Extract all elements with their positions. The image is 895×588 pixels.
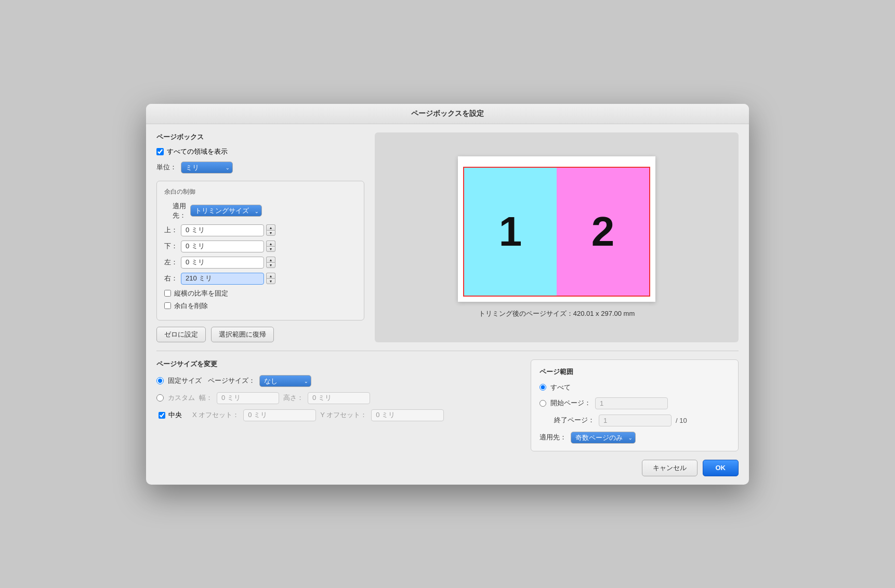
left-up-button[interactable]: ▲ xyxy=(266,257,275,262)
bottom-margin-row: 下： 0 ミリ ▲ ▼ xyxy=(164,240,357,252)
page-inner: 1 2 xyxy=(463,167,650,297)
right-label: 右： xyxy=(164,274,177,283)
page-right: 2 xyxy=(557,168,649,296)
action-buttons: キャンセル OK xyxy=(156,460,739,476)
page-size-panel: ページサイズを変更 固定サイズ ページサイズ： なし A4 A3 Letter xyxy=(156,359,520,451)
reset-button[interactable]: ゼロに設定 xyxy=(156,327,206,342)
top-margin-row: 上： 0 ミリ ▲ ▼ xyxy=(164,224,357,236)
center-checkbox[interactable] xyxy=(159,412,165,419)
top-down-button[interactable]: ▼ xyxy=(266,230,275,236)
start-page-input[interactable] xyxy=(595,397,668,409)
apply-to-range-label: 適用先： xyxy=(539,433,567,442)
dialog-container: ページボックスを設定 ページボックス すべての領域を表示 単位： ミリ インチ xyxy=(146,104,749,485)
show-all-checkbox[interactable] xyxy=(156,148,164,155)
left-label: 左： xyxy=(164,258,177,267)
top-input-wrap: 0 ミリ ▲ ▼ xyxy=(181,224,275,236)
apply-to-range-row: 適用先： 奇数ページのみ 偶数ページのみ すべてのページ xyxy=(539,432,730,444)
custom-radio[interactable] xyxy=(156,394,164,402)
page-preview: 1 2 xyxy=(458,156,655,302)
apply-to-range-select-wrapper: 奇数ページのみ 偶数ページのみ すべてのページ xyxy=(571,432,636,444)
left-panel: ページボックス すべての領域を表示 単位： ミリ インチ ポイント xyxy=(156,132,364,342)
all-pages-radio[interactable] xyxy=(539,384,546,391)
top-section: ページボックス すべての領域を表示 単位： ミリ インチ ポイント xyxy=(156,132,739,342)
start-page-row: 開始ページ： xyxy=(539,397,730,409)
page-range-panel: ページ範囲 すべて 開始ページ： 終了ページ： / 10 xyxy=(531,359,739,451)
delete-margins-label: 余白を削除 xyxy=(174,301,208,311)
margin-buttons: ゼロに設定 選択範囲に復帰 xyxy=(156,327,364,342)
cancel-button[interactable]: キャンセル xyxy=(642,460,697,476)
fixed-size-label: 固定サイズ xyxy=(168,376,202,385)
unit-select-wrapper: ミリ インチ ポイント xyxy=(181,162,233,173)
delete-margins-row: 余白を削除 xyxy=(164,301,357,311)
right-input[interactable]: 210 ミリ xyxy=(181,273,264,285)
page-size-select-wrapper: なし A4 A3 Letter xyxy=(259,375,311,387)
top-up-button[interactable]: ▲ xyxy=(266,224,275,230)
start-page-radio[interactable] xyxy=(539,400,546,407)
right-up-button[interactable]: ▲ xyxy=(266,273,275,278)
top-label: 上： xyxy=(164,225,177,235)
page-size-select[interactable]: なし A4 A3 Letter xyxy=(259,375,311,387)
y-offset-label: Y オフセット： xyxy=(320,410,367,420)
page-size-field-label: ページサイズ： xyxy=(208,376,255,385)
bottom-stepper: ▲ ▼ xyxy=(266,240,275,252)
top-input[interactable]: 0 ミリ xyxy=(181,224,264,236)
right-input-wrap: 210 ミリ ▲ ▼ xyxy=(181,273,275,285)
apply-to-row: 適用先： トリミングサイズ メディアサイズ 裁ち落としサイズ xyxy=(164,202,357,220)
fixed-size-radio[interactable] xyxy=(156,377,164,384)
unit-select[interactable]: ミリ インチ ポイント xyxy=(181,162,233,173)
preview-caption: トリミング後のページサイズ：420.01 x 297.00 mm xyxy=(479,309,635,318)
left-down-button[interactable]: ▼ xyxy=(266,262,275,268)
y-offset-input[interactable] xyxy=(371,409,444,421)
offset-row: 中央 X オフセット： Y オフセット： xyxy=(156,409,520,421)
margins-title: 余白の制御 xyxy=(164,188,357,196)
top-stepper: ▲ ▼ xyxy=(266,224,275,236)
left-input-wrap: 0 ミリ ▲ ▼ xyxy=(181,257,275,269)
page-box-title: ページボックス xyxy=(156,132,364,142)
restore-button[interactable]: 選択範囲に復帰 xyxy=(211,327,274,342)
page-range-title: ページ範囲 xyxy=(539,367,730,377)
x-offset-input[interactable] xyxy=(243,409,316,421)
all-pages-row: すべて xyxy=(539,383,730,392)
ok-button[interactable]: OK xyxy=(703,460,739,476)
page2-number: 2 xyxy=(591,208,615,256)
dialog-title: ページボックスを設定 xyxy=(411,109,484,117)
show-all-row: すべての領域を表示 xyxy=(156,147,364,156)
width-input[interactable] xyxy=(217,392,279,404)
custom-row: カスタム 幅： 高さ： xyxy=(156,392,520,404)
custom-fields: 幅： 高さ： xyxy=(199,392,370,404)
page1-number: 1 xyxy=(499,208,522,256)
left-input[interactable]: 0 ミリ xyxy=(181,257,264,269)
preview-panel: 1 2 トリミング後のページサイズ：420.01 x 297.00 mm xyxy=(375,132,739,342)
lock-ratio-label: 縦横の比率を固定 xyxy=(174,289,228,298)
unit-row: 単位： ミリ インチ ポイント xyxy=(156,162,364,173)
show-all-label: すべての領域を表示 xyxy=(167,147,228,156)
apply-to-label: 適用先： xyxy=(164,202,186,220)
start-page-label: 開始ページ： xyxy=(550,398,591,408)
left-stepper: ▲ ▼ xyxy=(266,257,275,268)
lock-ratio-row: 縦横の比率を固定 xyxy=(164,289,357,298)
end-page-row: 終了ページ： / 10 xyxy=(539,415,730,426)
right-down-button[interactable]: ▼ xyxy=(266,278,275,284)
bottom-input-wrap: 0 ミリ ▲ ▼ xyxy=(181,240,275,252)
apply-to-select[interactable]: トリミングサイズ メディアサイズ 裁ち落としサイズ xyxy=(190,205,262,217)
height-input[interactable] xyxy=(308,392,370,404)
right-margin-row: 右： 210 ミリ ▲ ▼ xyxy=(164,273,357,285)
bottom-input[interactable]: 0 ミリ xyxy=(181,240,264,252)
total-pages: / 10 xyxy=(676,417,687,424)
center-label: 中央 xyxy=(168,410,182,420)
x-offset-label: X オフセット： xyxy=(192,410,239,420)
bottom-down-button[interactable]: ▼ xyxy=(266,246,275,252)
unit-label: 単位： xyxy=(156,163,177,172)
end-page-input[interactable] xyxy=(599,415,672,426)
height-label: 高さ： xyxy=(283,393,304,403)
title-bar: ページボックスを設定 xyxy=(146,104,749,124)
bottom-up-button[interactable]: ▲ xyxy=(266,240,275,246)
lock-ratio-checkbox[interactable] xyxy=(164,290,171,297)
apply-to-select-wrapper: トリミングサイズ メディアサイズ 裁ち落としサイズ xyxy=(190,205,262,217)
delete-margins-checkbox[interactable] xyxy=(164,302,171,309)
page-size-title: ページサイズを変更 xyxy=(156,359,520,369)
divider xyxy=(156,351,739,351)
apply-to-range-select[interactable]: 奇数ページのみ 偶数ページのみ すべてのページ xyxy=(571,432,636,444)
bottom-section: ページサイズを変更 固定サイズ ページサイズ： なし A4 A3 Letter xyxy=(156,359,739,451)
all-pages-label: すべて xyxy=(550,383,571,392)
